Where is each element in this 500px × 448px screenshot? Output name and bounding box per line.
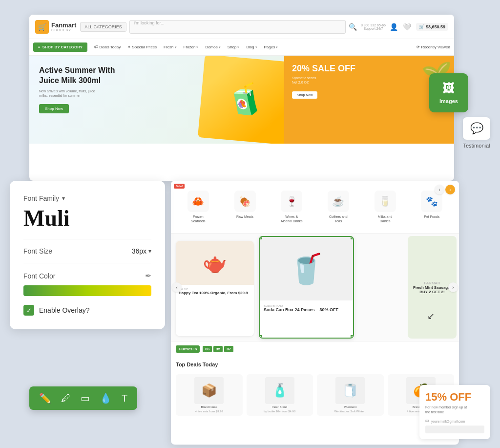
- testimonial-icon-box: 💬: [463, 117, 490, 140]
- products-nav-left[interactable]: ‹: [172, 282, 182, 292]
- nav-demos[interactable]: Demos ▾: [205, 45, 220, 49]
- images-button[interactable]: 🖼 Images: [429, 73, 468, 112]
- overlay-row: ✓ Enable Overlay?: [23, 305, 151, 316]
- category-frozen-seafoods[interactable]: 🦀 FrozenSeafoods: [176, 188, 221, 226]
- mockup-hero: Active Summer WithJuice Milk 300ml New a…: [29, 56, 454, 144]
- bottom-product-3[interactable]: 🧻 Pharment Wet tissues Soft White...: [317, 374, 384, 416]
- bottom-product-name-2: Inner Brand: [272, 405, 287, 408]
- font-size-label: Font Size: [23, 247, 52, 255]
- testimonial-icon: 💬: [470, 122, 483, 135]
- bottom-product-price-3: Wet tissues Soft White...: [334, 410, 366, 413]
- nav-pages[interactable]: Pages ▾: [264, 45, 278, 49]
- top-deals-heading: Top Deals Today: [171, 357, 459, 369]
- website-mockup-top: 🛒 Fanmart GROCERY ALL CATEGORIES I'm loo…: [29, 15, 454, 181]
- categories-row: 🦀 FrozenSeafoods 🍖 Raw Meats 🍷 Wines &Al…: [171, 181, 459, 234]
- hero-cta-btn[interactable]: Shop Now: [39, 104, 69, 113]
- products-nav-right[interactable]: ›: [448, 282, 458, 292]
- email-icon: ✉: [425, 419, 429, 424]
- bottom-products-row: Sale! 📦 Brand Name 4 five sets from $9.9…: [171, 369, 459, 421]
- search-bar[interactable]: I'm looking for...: [129, 20, 346, 34]
- promo-email-placeholder: youremail@gmail.com: [431, 420, 465, 423]
- nav-deals[interactable]: 🏷 Deals Today: [94, 45, 121, 49]
- product-tea-image: 🫖: [176, 241, 254, 285]
- testimonial-widget[interactable]: 💬 Testimonial: [463, 117, 490, 149]
- text-tool-icon[interactable]: T: [122, 393, 127, 404]
- nav-shop[interactable]: Shop ▾: [228, 45, 240, 49]
- mockup-logo: 🛒 Fanmart GROCERY: [35, 20, 76, 34]
- nav-fresh[interactable]: Fresh ▾: [164, 45, 176, 49]
- nav-arrow-right[interactable]: ›: [445, 185, 455, 194]
- milks-label: Milks andDairies: [378, 214, 393, 223]
- search-icon[interactable]: 🔍: [349, 23, 357, 31]
- category-dropdown[interactable]: ALL CATEGORIES: [80, 22, 126, 32]
- bottom-product-2[interactable]: 🧴 Inner Brand by bottle 10+ from $4.98: [247, 374, 313, 416]
- cursor-arrow: ↙: [427, 311, 435, 321]
- recently-viewed[interactable]: ⟳ Recently Viewed: [417, 45, 450, 49]
- eyedropper-icon[interactable]: ✒: [145, 271, 151, 280]
- hero-left: Active Summer WithJuice Milk 300ml New a…: [29, 56, 284, 144]
- font-size-chevron-icon[interactable]: ▾: [148, 248, 151, 255]
- drop-tool-icon[interactable]: 💧: [100, 392, 112, 404]
- promo-countdown-bar: Hurries In 06 35 07: [171, 341, 459, 357]
- promo-name-input[interactable]: [425, 426, 484, 433]
- overlay-checkbox[interactable]: ✓: [23, 305, 34, 316]
- sale-cta-btn[interactable]: Shop Now: [292, 91, 317, 99]
- promo-percent: 15% OFF: [425, 391, 484, 404]
- bottom-product-img-2: 🧴: [265, 377, 294, 404]
- shop-by-category-btn[interactable]: ≡ SHOP BY CATEGORY: [33, 43, 87, 52]
- bottom-product-img-1: 📦: [194, 377, 224, 404]
- farmar-name: Fresh Mint Sausage, BUY 2 GET 2!: [412, 285, 453, 294]
- bottom-product-name-3: Pharment: [344, 405, 356, 408]
- category-coffees[interactable]: ☕ Coffees andTeas: [316, 188, 361, 226]
- promo-badge: Hurries In: [176, 345, 200, 353]
- color-gradient-bar[interactable]: [23, 285, 151, 296]
- wines-icon: 🍷: [281, 191, 302, 212]
- brush-tool-icon[interactable]: 🖊: [61, 393, 71, 404]
- shape-tool-icon[interactable]: ▭: [81, 392, 90, 404]
- bottom-product-price-1: 4 five sets from $9.99: [195, 410, 223, 413]
- product-card-soda-highlighted[interactable]: 🥤 SODA BRAND Soda Can Box 24 Pieces – 30…: [259, 236, 354, 339]
- product-soda-image: 🥤: [260, 237, 353, 300]
- editor-toolbar: ✏️ 🖊 ▭ 💧 T: [29, 386, 137, 410]
- wishlist-icon[interactable]: 🤍: [403, 23, 411, 31]
- mockup-search: ALL CATEGORIES I'm looking for... 🔍: [80, 20, 357, 34]
- timer-minutes: 35: [213, 346, 223, 352]
- promo-description: For new member sign up atthe first time: [425, 405, 484, 415]
- pencil-tool-icon[interactable]: ✏️: [39, 392, 51, 404]
- frozen-seafoods-icon: 🦀: [188, 191, 209, 212]
- wines-label: Wines &Alcohol Drinks: [281, 214, 303, 223]
- category-raw-meats[interactable]: 🍖 Raw Meats: [223, 188, 268, 226]
- header-icons: 👤 🤍 🛒 $3,650.59: [390, 23, 448, 31]
- corner-bl: [259, 335, 262, 339]
- user-icon[interactable]: 👤: [390, 23, 398, 31]
- product-tea-info: ITA JIC Happy Tea 100% Organic, From $29…: [176, 285, 254, 299]
- bottom-product-img-3: 🧻: [335, 377, 365, 404]
- images-icon: 🖼: [443, 82, 455, 95]
- nav-arrow-left[interactable]: ‹: [435, 185, 444, 194]
- category-wines[interactable]: 🍷 Wines &Alcohol Drinks: [269, 188, 314, 226]
- promo-email-row: ✉ youremail@gmail.com: [425, 419, 484, 424]
- nav-blog[interactable]: Blog ▾: [246, 45, 257, 49]
- product-tea-name: Happy Tea 100% Organic, From $29.9: [179, 291, 251, 296]
- sale-tag-1: Sale!: [174, 184, 185, 189]
- bottom-product-name-1: Brand Name: [201, 405, 217, 408]
- phone-number: 8 800 332 65-66 Support 24/7: [361, 23, 386, 30]
- font-size-value: 36px: [132, 247, 146, 255]
- corner-tr: [351, 236, 354, 239]
- font-size-control[interactable]: 36px ▾: [132, 247, 151, 255]
- panel-divider-2: [23, 263, 151, 263]
- bottom-product-1[interactable]: Sale! 📦 Brand Name 4 five sets from $9.9…: [176, 374, 243, 416]
- overlay-label: Enable Overlay?: [39, 306, 90, 314]
- product-soda-info: SODA BRAND Soda Can Box 24 Pieces – 30% …: [260, 300, 353, 316]
- font-size-row: Font Size 36px ▾: [23, 247, 151, 255]
- hero-right: 20% SALE OFF Synthetic seedsNet 2.0 OZ S…: [284, 56, 454, 144]
- coffees-icon: ☕: [328, 191, 349, 212]
- nav-frozen[interactable]: Frozen ▾: [184, 45, 199, 49]
- milks-icon: 🥛: [375, 191, 396, 212]
- coffees-label: Coffees andTeas: [329, 214, 348, 223]
- font-family-chevron-icon[interactable]: ▾: [62, 195, 65, 202]
- nav-special[interactable]: ✦ Special Prices: [127, 45, 157, 49]
- category-milks[interactable]: 🥛 Milks andDairies: [363, 188, 408, 226]
- cart-button[interactable]: 🛒 $3,650.59: [416, 23, 448, 31]
- product-card-tea[interactable]: 🫖 ITA JIC Happy Tea 100% Organic, From $…: [176, 241, 254, 336]
